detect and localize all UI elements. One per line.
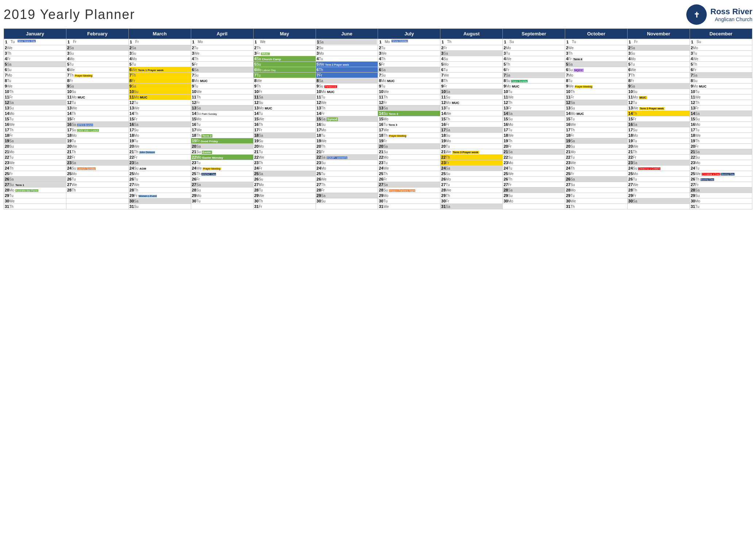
table-row: 31Th 31Su 31Fr 31We 31Sa 31Th 31Tu xyxy=(4,204,752,209)
list-item: 9We xyxy=(4,84,66,89)
list-item: 24Su Christma s Celeb'n xyxy=(628,166,690,171)
list-item: 2Mo xyxy=(503,45,565,51)
list-item: 11Fr xyxy=(565,94,628,100)
list-item: 17Tu xyxy=(503,127,565,133)
list-item: 27Su Term 1 xyxy=(4,182,66,187)
list-item: 20We xyxy=(128,144,191,149)
list-item: 28Th xyxy=(128,187,191,193)
col-jul: July xyxy=(378,29,440,39)
list-item: 12Fr xyxy=(378,100,440,105)
table-row: 10Th 10Su 10Su 10We 10Fr 10Mo MUC 10We 1… xyxy=(4,89,752,94)
list-item: 9Tu xyxy=(378,84,440,89)
list-item: 13Sa xyxy=(191,105,253,111)
list-item xyxy=(503,204,565,209)
list-item: 10Su xyxy=(628,89,690,94)
table-row: 13Su 13We 13We 13Sa 13Mo MUC 13Th 13Sa 1… xyxy=(4,105,752,111)
col-aug: August xyxy=(440,29,503,39)
list-item: 3Tu xyxy=(690,51,752,56)
yearly-planner-table: January February March April May June Ju… xyxy=(4,28,752,209)
list-item: 23Sa xyxy=(628,160,690,166)
list-item: 20Fr xyxy=(503,144,565,149)
list-item: 16We xyxy=(4,122,66,127)
list-item: 7Su xyxy=(191,73,253,78)
list-item: 4Mo xyxy=(628,56,690,62)
list-item: 17Sa xyxy=(440,127,503,133)
list-item: 5Sa xyxy=(4,62,66,67)
list-item: 26Th xyxy=(503,177,565,182)
col-jan: January xyxy=(4,29,66,39)
list-item xyxy=(66,198,128,204)
table-row: 28Mo Australia day Picnic 28Th 28Th 28Su… xyxy=(4,187,752,193)
list-item: 5Tu xyxy=(128,62,191,67)
list-item: 8Su Open Sunday xyxy=(503,78,565,84)
table-row: 1Tu New Years Day 1Fr 1Fr 1Mo 1We 1Sa 1M… xyxy=(4,39,752,45)
list-item: 13Th xyxy=(316,105,378,111)
list-item: 13Su xyxy=(4,105,66,111)
list-item: 12Th xyxy=(690,100,752,105)
list-item: 15Th xyxy=(440,116,503,122)
list-item: 10We xyxy=(378,89,440,94)
list-item: 18We xyxy=(690,133,752,138)
list-item: 14Fr xyxy=(316,111,378,116)
list-item: 18We xyxy=(503,133,565,138)
list-item: 3Su xyxy=(628,51,690,56)
list-item: 4We xyxy=(690,56,752,62)
list-item: 30Sa xyxy=(128,198,191,204)
list-item: 27Su xyxy=(565,182,628,187)
list-item: 7Mo xyxy=(565,73,628,78)
list-item: 1Fr xyxy=(628,39,690,45)
list-item: 9Su Pentecost xyxy=(316,84,378,89)
list-item: 5Fr xyxy=(378,62,440,67)
list-item xyxy=(66,193,128,198)
list-item: 17Tu xyxy=(690,127,752,133)
list-item: 24Tu xyxy=(690,166,752,171)
list-item: 18Su xyxy=(440,133,503,138)
list-item: 4Sa Church Camp xyxy=(253,56,316,62)
list-item: 16Mo xyxy=(503,122,565,127)
list-item: 26Tu xyxy=(128,177,191,182)
list-item: 23Th xyxy=(253,160,316,166)
list-item: 29Th xyxy=(440,193,503,198)
table-row: 6Su 6We 6We Term 1 Prayer week 6Sa 6Mo L… xyxy=(4,67,752,73)
table-row: 30We 30Sa 30Tu 30Th 30Su 30Tu 30Fr 30Mo … xyxy=(4,198,752,204)
list-item: 10Tu xyxy=(503,89,565,94)
list-item: 4Fr xyxy=(4,56,66,62)
list-item: 30Th xyxy=(253,198,316,204)
table-row: 26Sa 26Tu 26Tu 26Fr 26Su 26We 26Fr 26Mo … xyxy=(4,177,752,182)
list-item: 18Fr xyxy=(565,133,628,138)
list-item: 31Th xyxy=(565,204,628,209)
list-item: 21Mo xyxy=(565,149,628,155)
list-item: 1Fr xyxy=(128,39,191,45)
list-item: 23Mo xyxy=(503,160,565,166)
col-nov: November xyxy=(628,29,690,39)
list-item: 24Sa xyxy=(440,166,503,171)
list-item: 3Su xyxy=(66,51,128,56)
list-item: 4Su xyxy=(440,56,503,62)
list-item: 12Su xyxy=(253,100,316,105)
list-item: 22Sa EQUIP - women's xyxy=(316,155,378,160)
list-item: 1Fr xyxy=(66,39,128,45)
table-row: 7Mo 7Th Prayer Meeting 7Th 7Su 7Tu 7Fr 7… xyxy=(4,73,752,78)
list-item: 8Tu xyxy=(4,78,66,84)
list-item: 1We xyxy=(253,39,316,45)
list-item: 19Su xyxy=(253,138,316,144)
list-item: 5Th xyxy=(690,62,752,67)
list-item: 16Tu Term 3 xyxy=(378,122,440,127)
list-item: 27We xyxy=(66,182,128,187)
list-item: 21We Term 3 Prayer week xyxy=(440,149,503,155)
list-item: 26Su xyxy=(253,177,316,182)
list-item: 27Sa xyxy=(191,182,253,187)
list-item: 9Th xyxy=(253,84,316,89)
list-item: 24We Prayer Meeting xyxy=(191,166,253,171)
list-item: 14Tu xyxy=(253,111,316,116)
list-item: 2Su xyxy=(316,45,378,51)
list-item: 14Su Term 3 xyxy=(378,111,440,116)
list-item: 18Mo xyxy=(66,133,128,138)
logo: ✝ Ross River Anglican Church xyxy=(686,4,752,26)
logo-subtitle: Anglican Church xyxy=(710,16,752,22)
col-feb: February xyxy=(66,29,128,39)
list-item: 6Mo Labour Day xyxy=(253,67,316,73)
list-item: 10Tu xyxy=(690,89,752,94)
list-item: 27Mo xyxy=(253,182,316,187)
list-item: 15Fr xyxy=(128,116,191,122)
